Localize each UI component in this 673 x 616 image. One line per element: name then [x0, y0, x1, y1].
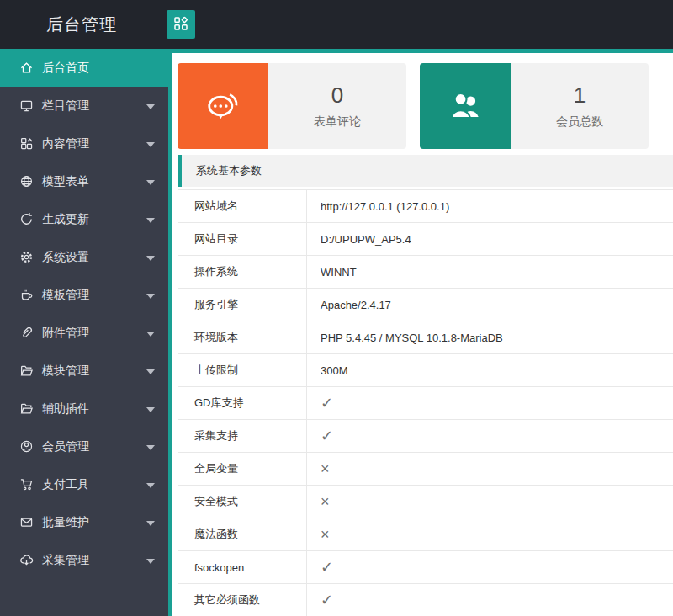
cloud-download-icon	[19, 553, 34, 568]
sidebar-item-label: 栏目管理	[42, 98, 89, 114]
globe-icon	[19, 174, 34, 189]
refresh-icon	[19, 212, 34, 227]
sidebar-item-columns[interactable]: 栏目管理	[0, 87, 168, 125]
param-value: http://127.0.0.1 (127.0.0.1)	[307, 190, 673, 222]
cross-icon: ×	[307, 453, 673, 485]
sidebar-item-home[interactable]: 后台首页	[0, 49, 168, 87]
check-icon: ✓	[307, 551, 673, 583]
chevron-down-icon	[146, 332, 155, 337]
table-row: 全局变量×	[178, 453, 673, 486]
sidebar-item-label: 内容管理	[42, 136, 89, 151]
top-header: 后台管理	[0, 0, 673, 49]
check-icon: ✓	[307, 584, 673, 616]
stat-card-form-comments[interactable]: 0 表单评论	[178, 63, 406, 149]
paperclip-icon	[19, 326, 34, 341]
system-params-table: 网站域名http://127.0.0.1 (127.0.0.1) 网站目录D:/…	[178, 189, 673, 616]
sidebar-item-batch-maintenance[interactable]: 批量维护	[0, 503, 168, 541]
sidebar-item-system-settings[interactable]: 系统设置	[0, 238, 168, 276]
sidebar-item-label: 模板管理	[42, 288, 89, 303]
chevron-down-icon	[146, 294, 155, 299]
param-label: 网站目录	[178, 223, 307, 255]
sidebar-nav: 后台首页 栏目管理 内容管理 模型表单	[0, 49, 168, 616]
sidebar-item-label: 辅助插件	[42, 401, 89, 417]
stat-card-member-total[interactable]: 1 会员总数	[420, 63, 649, 149]
sidebar-item-label: 模块管理	[42, 364, 89, 379]
sidebar-item-plugins[interactable]: 辅助插件	[0, 390, 168, 427]
sidebar-item-label: 附件管理	[42, 326, 89, 341]
sidebar-item-label: 支付工具	[42, 477, 89, 492]
cross-icon: ×	[307, 518, 673, 550]
table-row: 其它必须函数✓	[178, 584, 673, 616]
user-circle-icon	[19, 439, 34, 454]
chevron-down-icon	[146, 521, 155, 526]
param-value: Apache/2.4.17	[307, 289, 673, 321]
check-icon: ✓	[307, 387, 673, 419]
param-value: WINNT	[307, 256, 673, 288]
sidebar-item-label: 后台首页	[42, 61, 89, 76]
app-title: 后台管理	[46, 0, 117, 49]
envelope-icon	[19, 515, 34, 530]
param-label: 上传限制	[178, 354, 307, 386]
gear-icon	[19, 250, 34, 265]
param-label: 操作系统	[178, 256, 307, 288]
sidebar-item-modules[interactable]: 模块管理	[0, 352, 168, 390]
chevron-down-icon	[146, 445, 155, 450]
table-row: 网站域名http://127.0.0.1 (127.0.0.1)	[178, 190, 673, 223]
stat-value: 1	[574, 82, 586, 109]
folder-icon	[19, 364, 34, 379]
table-row: 网站目录D:/UPUPW_AP5.4	[178, 223, 673, 256]
sidebar-item-payment-tools[interactable]: 支付工具	[0, 465, 168, 503]
users-icon	[420, 63, 511, 149]
sidebar-item-templates[interactable]: 模板管理	[0, 276, 168, 314]
sidebar-item-label: 生成更新	[42, 212, 89, 227]
param-label: 服务引擎	[178, 289, 307, 321]
table-row: 采集支持✓	[178, 420, 673, 453]
sidebar-item-label: 模型表单	[42, 174, 89, 189]
stat-label: 会员总数	[556, 114, 603, 130]
grid-icon	[172, 15, 189, 35]
cross-icon: ×	[307, 486, 673, 518]
param-label: 其它必须函数	[178, 584, 307, 616]
layout-grid-button[interactable]	[167, 10, 195, 39]
param-label: 网站域名	[178, 190, 307, 222]
chevron-down-icon	[146, 256, 155, 261]
table-row: 上传限制300M	[178, 354, 673, 387]
chevron-down-icon	[146, 559, 155, 564]
sidebar-item-content[interactable]: 内容管理	[0, 125, 168, 162]
sidebar-item-label: 批量维护	[42, 515, 89, 530]
param-label: fsockopen	[178, 551, 307, 583]
table-row: 环境版本PHP 5.4.45 / MYSQL 10.1.8-MariaDB	[178, 321, 673, 354]
sidebar-item-label: 系统设置	[42, 250, 89, 265]
table-row: GD库支持✓	[178, 387, 673, 420]
sidebar-item-collection[interactable]: 采集管理	[0, 541, 168, 579]
table-row: 魔法函数×	[178, 518, 673, 551]
table-row: fsockopen✓	[178, 551, 673, 584]
app-grid-icon	[19, 136, 34, 151]
param-value: D:/UPUPW_AP5.4	[307, 223, 673, 255]
chevron-down-icon	[146, 483, 155, 488]
param-label: 魔法函数	[178, 518, 307, 550]
sidebar-item-model-forms[interactable]: 模型表单	[0, 162, 168, 200]
home-icon	[19, 61, 34, 76]
param-label: GD库支持	[178, 387, 307, 419]
sidebar-item-members[interactable]: 会员管理	[0, 427, 168, 465]
param-label: 安全模式	[178, 486, 307, 518]
chevron-down-icon	[146, 407, 155, 412]
section-title: 系统基本参数	[178, 155, 673, 187]
stat-label: 表单评论	[314, 114, 361, 130]
stat-value: 0	[331, 82, 343, 109]
sidebar-item-label: 会员管理	[42, 439, 89, 454]
main-content: 0 表单评论 1 会员总数	[168, 49, 673, 616]
chevron-down-icon	[146, 369, 155, 374]
chevron-down-icon	[146, 104, 155, 109]
param-label: 全局变量	[178, 453, 307, 485]
sidebar-item-generate-update[interactable]: 生成更新	[0, 200, 168, 238]
param-value: PHP 5.4.45 / MYSQL 10.1.8-MariaDB	[307, 321, 673, 353]
chevron-down-icon	[146, 180, 155, 185]
sidebar-item-attachments[interactable]: 附件管理	[0, 314, 168, 352]
chevron-down-icon	[146, 142, 155, 147]
cart-icon	[19, 477, 34, 492]
stat-card-info: 0 表单评论	[268, 63, 406, 149]
stat-card-info: 1 会员总数	[511, 63, 649, 149]
folder-icon	[19, 401, 34, 417]
